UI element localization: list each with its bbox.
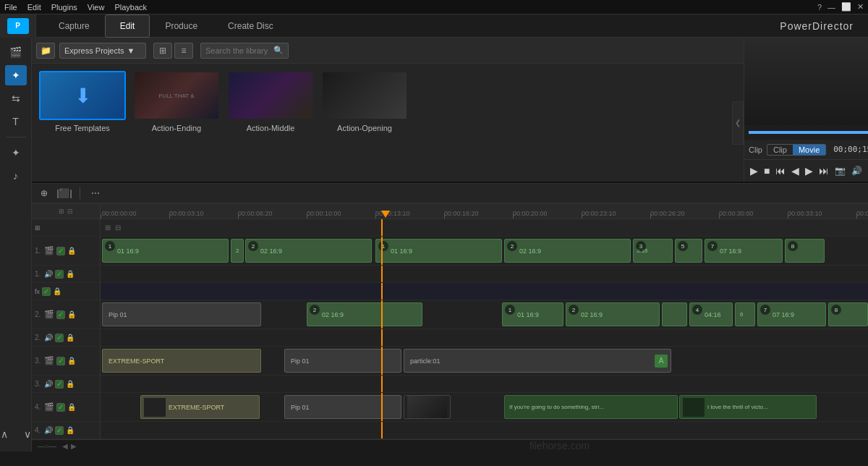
template-action-ending[interactable]: FULL THAT & Action-Ending	[133, 71, 220, 132]
list-view-btn[interactable]: ≡	[174, 43, 193, 59]
clip-2-3[interactable]: 1 01 16:9	[502, 302, 563, 326]
audio-btn[interactable]: ♪	[5, 166, 27, 186]
close-icon[interactable]: ✕	[857, 2, 864, 12]
tab-produce[interactable]: Produce	[150, 14, 213, 38]
status-slider[interactable]: —○—	[38, 442, 56, 450]
clip-1-2a[interactable]: 2	[231, 239, 244, 263]
frame-fwd-btn[interactable]: ▶	[805, 165, 813, 177]
track-lock-1v[interactable]: 🔒	[67, 247, 76, 255]
restore-icon[interactable]: ⬜	[841, 2, 851, 12]
preview-video-bg: 1	[744, 38, 868, 125]
folder-btn[interactable]: 📁	[36, 43, 55, 59]
clip-4-1[interactable]: EXTREME-SPORT	[140, 395, 260, 419]
clip-4-4[interactable]: If you're going to do something, stri...	[504, 395, 678, 419]
transitions-btn[interactable]: ⇆	[5, 88, 27, 109]
stop-btn[interactable]: ■	[764, 165, 770, 177]
clip-3-3[interactable]: particle:01 A	[404, 349, 671, 373]
track-check-fx[interactable]: ✓	[42, 287, 51, 296]
track-lock-3v[interactable]: 🔒	[67, 357, 76, 365]
tab-capture[interactable]: Capture	[43, 14, 105, 38]
snapshot-btn[interactable]: 📷	[835, 166, 846, 176]
track-check-3v[interactable]: ✓	[56, 357, 65, 365]
tl-more-options-btn[interactable]: ⋯	[88, 186, 103, 200]
magnet-icon[interactable]: ⊟	[115, 224, 121, 232]
track-header-controls: ⊞	[32, 219, 100, 237]
step-fwd-btn[interactable]: ⏭	[819, 165, 829, 177]
frame-back-btn[interactable]: ◀	[791, 165, 799, 177]
titles-btn[interactable]: T	[5, 111, 27, 132]
track-lock-4v[interactable]: 🔒	[67, 403, 76, 411]
movie-toggle-btn[interactable]: Movie	[793, 145, 825, 155]
grid-view-btn[interactable]: ⊞	[153, 43, 172, 59]
search-input[interactable]	[205, 46, 271, 55]
minimize-icon[interactable]: —	[827, 3, 835, 12]
ruler-mark-8: 00:00:26:20	[650, 210, 685, 217]
clip-2-8[interactable]: 7 07 16:9	[757, 302, 826, 326]
step-back-btn[interactable]: ⏮	[775, 165, 786, 177]
track-check-2v[interactable]: ✓	[56, 310, 65, 319]
fx-btn[interactable]: ✦	[5, 65, 27, 85]
tl-tracks-area: 00:00:00:00 00:00:03:10 00:00:06:20 00:0…	[101, 203, 868, 439]
menu-plugins[interactable]: Plugins	[51, 3, 77, 12]
clip-1-2b[interactable]: 2 02 16:9	[245, 239, 372, 263]
track-lock-4a[interactable]: 🔒	[66, 426, 75, 434]
panel-collapse-btn[interactable]: ❮	[732, 101, 744, 145]
clip-2-2[interactable]: 2 02 16:9	[307, 302, 422, 326]
clip-1-5[interactable]: 3 3:16	[633, 239, 673, 263]
preview-progress-bar[interactable]	[749, 131, 868, 134]
audio-btn-preview[interactable]: 🔊	[851, 166, 862, 176]
tl-snap-btn[interactable]: |⬛|	[56, 186, 72, 200]
clip-1-3[interactable]: 1 01 16:9	[375, 239, 502, 263]
menu-edit[interactable]: Edit	[27, 3, 41, 12]
project-type-dropdown[interactable]: Express Projects ▼	[59, 43, 146, 59]
clip-4-5[interactable]: I love the thrill of victo...	[679, 395, 817, 419]
clip-2-5[interactable]	[662, 302, 687, 326]
clip-4-2[interactable]: Pip 01	[284, 395, 401, 419]
play-btn[interactable]: ▶	[750, 165, 758, 177]
track-check-4v[interactable]: ✓	[56, 403, 65, 412]
template-action-opening[interactable]: Action-Opening	[321, 71, 408, 132]
clip-1-4[interactable]: 2 02 16:9	[504, 239, 631, 263]
menu-view[interactable]: View	[88, 3, 105, 12]
particles-btn[interactable]: ✦	[5, 143, 27, 163]
menu-file[interactable]: File	[4, 3, 17, 12]
clip-2-9[interactable]: 8	[828, 302, 868, 326]
track-check-3a[interactable]: ✓	[55, 380, 64, 389]
menu-playback[interactable]: Playback	[114, 3, 147, 12]
status-left-btn[interactable]: ◀	[62, 442, 68, 450]
clip-2-7[interactable]: 6	[735, 302, 755, 326]
track-lock-2a[interactable]: 🔒	[66, 334, 75, 342]
clip-1-1[interactable]: 1 01 16:9	[102, 239, 229, 263]
snap-icon[interactable]: ⊞	[105, 224, 111, 232]
clip-3-2[interactable]: Pip 01	[284, 349, 401, 373]
clip-2-1[interactable]: Pip 01	[102, 302, 261, 326]
help-icon[interactable]: ?	[817, 3, 822, 12]
clip-1-8[interactable]: 8	[785, 239, 825, 263]
track-lock-2v[interactable]: 🔒	[67, 310, 76, 318]
tab-create-disc[interactable]: Create Disc	[213, 14, 289, 38]
clip-2-6[interactable]: 4 04:16	[689, 302, 733, 326]
template-action-middle[interactable]: Action-Middle	[227, 71, 314, 132]
track-check-2a[interactable]: ✓	[55, 334, 64, 342]
clip-3-1[interactable]: EXTREME-SPORT	[102, 349, 261, 373]
track-lock-3a[interactable]: 🔒	[66, 380, 75, 388]
template-free-templates[interactable]: ⬇ Free Templates	[39, 71, 126, 132]
track-check-4a[interactable]: ✓	[55, 426, 64, 435]
track-check-1v[interactable]: ✓	[56, 247, 65, 255]
clip-4-3[interactable]	[404, 395, 451, 419]
tl-add-track-btn[interactable]: ⊕	[36, 186, 52, 200]
clip-2-4[interactable]: 2 02 16:9	[566, 302, 660, 326]
ruler-mark-11: 00:00:36:20	[856, 210, 868, 217]
track-check-1a[interactable]: ✓	[55, 270, 64, 279]
track-lock-fx[interactable]: 🔒	[53, 287, 61, 295]
media-btn[interactable]: 🎬	[5, 42, 27, 62]
clip-1-6[interactable]: 5	[675, 239, 702, 263]
clip-toggle-btn[interactable]: Clip	[767, 145, 793, 155]
collapse-up-btn[interactable]: ∧	[0, 424, 15, 444]
ruler-mark-10: 00:00:33:10	[788, 210, 822, 217]
status-right-btn[interactable]: ▶	[71, 442, 77, 450]
tab-edit[interactable]: Edit	[105, 14, 150, 38]
clip-1-7[interactable]: 7 07 16:9	[705, 239, 783, 263]
track-lock-1a[interactable]: 🔒	[66, 270, 75, 278]
timeline-tracks[interactable]: 00:00:00:00 00:00:03:10 00:00:06:20 00:0…	[101, 203, 868, 439]
